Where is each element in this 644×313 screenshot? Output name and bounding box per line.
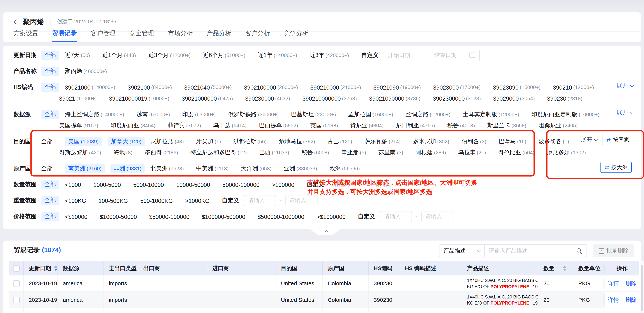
filter-option[interactable]: 390210000(21000+) — [310, 84, 361, 90]
filter-option[interactable]: >100000 — [272, 181, 294, 188]
filter-option[interactable]: 特立尼达和多巴哥(12) — [190, 149, 247, 156]
filter-option[interactable]: 3902300000(3128) — [433, 95, 481, 102]
filter-option[interactable]: $100000-500000 — [202, 213, 245, 220]
filter-option[interactable]: 苏里南(3) — [378, 149, 403, 156]
tab-7[interactable]: 客户分析 — [245, 30, 270, 42]
filter-option[interactable]: 尼加拉瓜(48) — [150, 138, 184, 145]
range-max-input[interactable]: 请输入 — [421, 211, 454, 222]
tab-6[interactable]: 产品分析 — [207, 30, 231, 42]
filter-option[interactable]: 乌干达(6414) — [213, 122, 246, 129]
data-source-expand-link[interactable]: 展开 — [616, 109, 633, 116]
filter-option[interactable]: <100KG — [65, 197, 86, 204]
search-input[interactable]: 请输入产品描述 — [485, 245, 586, 257]
filter-option[interactable]: 俄罗斯铁路(36000+) — [228, 111, 278, 118]
filter-option[interactable]: 近7天(50) — [65, 51, 90, 59]
filter-option[interactable]: 丝绸之路(12000+) — [406, 111, 450, 118]
tab-2[interactable]: 贸易记录 — [52, 30, 77, 42]
filter-option[interactable]: 萨尔瓦多(214) — [364, 138, 401, 145]
filter-option[interactable]: 39021040(50000+) — [184, 84, 232, 90]
filter-option[interactable]: 亚洲(380033) — [284, 165, 317, 172]
column-header-date[interactable]: 更新日期 — [24, 261, 58, 276]
filter-option[interactable]: <$10000 — [65, 213, 88, 220]
filter-option[interactable]: 1000-5000 — [93, 181, 121, 188]
filter-option-custom[interactable]: 自定义 — [222, 197, 239, 204]
filter-option[interactable]: 欧洲(56566) — [329, 165, 360, 172]
filter-option[interactable]: 波多黎各(1) — [538, 138, 569, 145]
filter-option[interactable]: 非洲(9881) — [110, 164, 145, 173]
search-field-select[interactable]: 产品描述 — [440, 245, 485, 257]
filter-option[interactable]: >$1000000 — [317, 213, 346, 220]
delete-link[interactable]: 删除 — [626, 280, 637, 287]
filter-option[interactable]: 美国(10039) — [65, 137, 102, 146]
filter-option[interactable]: 近1个月(443) — [102, 51, 136, 59]
column-header-qty[interactable]: 数量 — [538, 261, 573, 276]
date-range-input[interactable]: 开始日期→结束日期 — [384, 49, 480, 61]
filter-option[interactable]: 近1年(140000+) — [258, 51, 297, 59]
filter-option[interactable]: 南美洲(2160) — [65, 164, 105, 173]
range-max-input[interactable]: 请输入 — [286, 195, 318, 206]
filter-option[interactable]: 秘鲁(4013) — [447, 122, 475, 129]
filter-option[interactable]: 中美洲(1113) — [196, 165, 229, 172]
filter-option[interactable]: 墨西哥(2186) — [145, 149, 178, 156]
filter-option[interactable]: 美国提单(9157) — [59, 122, 98, 129]
filter-option[interactable]: 加拿大(120) — [108, 137, 144, 146]
filter-option[interactable]: 39021090(19000+) — [373, 84, 421, 90]
filter-option[interactable]: 390230000(4632) — [245, 95, 290, 102]
filter-option[interactable]: 巴西(11633) — [259, 149, 289, 156]
filter-option[interactable]: $500000-1000000 — [258, 213, 304, 220]
filter-option[interactable]: 哥斯达黎加(420) — [59, 149, 101, 156]
detail-link[interactable]: 详情 — [608, 296, 619, 304]
filter-option[interactable]: 孟加拉国(16000+) — [348, 111, 393, 118]
filter-option[interactable]: 5000-10000 — [133, 181, 164, 188]
filter-option[interactable]: 10000-50000 — [176, 181, 210, 188]
hs-code-expand-link[interactable]: 展开 — [616, 82, 633, 89]
filter-option[interactable]: 多米尼加(352) — [413, 138, 449, 145]
filter-option[interactable]: 英国(5198) — [310, 122, 338, 129]
filter-option[interactable]: 土耳其定制版(12000+) — [463, 111, 519, 118]
tab-1[interactable]: 方案设置 — [14, 30, 38, 42]
back-button[interactable] — [12, 18, 20, 25]
sort-icons[interactable] — [54, 266, 58, 271]
filter-option[interactable]: 阿根廷(289) — [416, 149, 446, 156]
filter-option[interactable]: 菲律宾(7672) — [168, 122, 201, 129]
filter-option[interactable]: $10000-50000 — [100, 213, 137, 220]
filter-option-all[interactable]: 全部 — [41, 83, 59, 92]
filter-option[interactable]: 巴西提单(5952) — [259, 122, 298, 129]
filter-option[interactable]: 39021000000(6475) — [182, 95, 233, 102]
filter-option[interactable]: 巴基斯坦(23000+) — [291, 111, 336, 118]
filter-option[interactable]: 印度(63000+) — [182, 111, 216, 118]
filter-option[interactable]: 乌拉圭(21) — [458, 149, 486, 156]
filter-option-custom[interactable]: 自定义 — [358, 213, 375, 220]
filter-option-all[interactable]: 全部 — [41, 196, 59, 205]
collapse-panel-button[interactable] — [309, 229, 341, 235]
filter-option[interactable]: <1000 — [65, 181, 81, 188]
filter-option[interactable]: 印度尼西亚定制版(10000+) — [532, 111, 600, 118]
filter-option[interactable]: 危地马拉(792) — [279, 138, 315, 145]
by-continent-button[interactable]: ⇄ 按大洲 — [600, 162, 632, 173]
filter-option[interactable]: 牙买加(1) — [196, 138, 221, 145]
filter-option[interactable]: 大洋洲(658) — [241, 165, 272, 172]
filter-option[interactable]: 3902100(84000+) — [128, 84, 172, 90]
filter-option[interactable]: 斯里兰卡(3668) — [487, 122, 526, 129]
filter-option[interactable]: $50000-100000 — [149, 213, 190, 220]
tab-4[interactable]: 竞企管理 — [129, 30, 154, 42]
filter-option[interactable]: 500-1000KG — [140, 197, 173, 204]
filter-option-all[interactable]: 全部 — [41, 51, 59, 60]
filter-option[interactable]: 北美洲(7528) — [150, 165, 184, 172]
filter-option[interactable]: 圭亚那(5) — [341, 149, 366, 156]
filter-option[interactable]: 巴拿马(16) — [499, 138, 526, 145]
filter-option-custom[interactable]: 自定义 — [362, 51, 379, 59]
tab-8[interactable]: 竞争分析 — [284, 30, 308, 42]
row-checkbox[interactable] — [13, 280, 20, 287]
filter-option[interactable]: 390210000000(3763) — [302, 95, 357, 102]
filter-option[interactable]: 肯尼亚(4804) — [350, 122, 384, 129]
filter-option[interactable]: 海上丝绸之路(140000+) — [65, 111, 124, 118]
batch-delete-button[interactable]: ✕ 批量删除 — [593, 244, 634, 257]
filter-option[interactable]: 洪都拉斯(56) — [233, 138, 266, 145]
filter-option[interactable]: 39021(11000+) — [59, 95, 96, 102]
range-min-input[interactable]: 请输入 — [244, 195, 276, 206]
detail-link[interactable]: 详情 — [608, 280, 619, 287]
filter-option[interactable]: 厄瓜多尔(1302) — [547, 149, 586, 156]
filter-option[interactable]: 聚丙烯(460000+) — [65, 67, 107, 75]
filter-option[interactable]: 近3个月(12000+) — [148, 51, 190, 59]
